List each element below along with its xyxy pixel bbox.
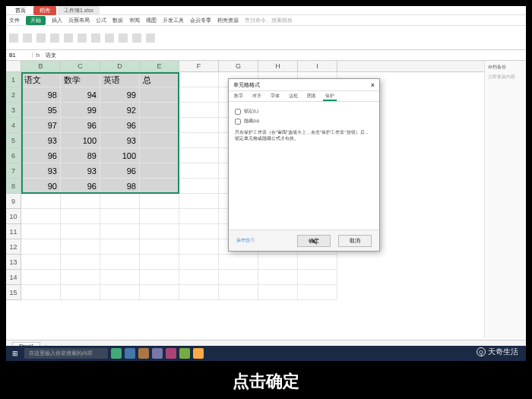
col-head-h[interactable]: H [258, 61, 298, 71]
cell[interactable] [258, 285, 298, 300]
cell[interactable]: 100 [61, 133, 100, 148]
cell[interactable]: 98 [100, 179, 140, 194]
row-head[interactable]: 5 [6, 133, 21, 148]
menu-formula[interactable]: 公式 [96, 17, 106, 24]
tab-font[interactable]: 字体 [268, 91, 282, 101]
tab-align[interactable]: 对齐 [250, 91, 264, 101]
tab-doc[interactable]: 稻壳 [33, 6, 56, 15]
cell[interactable] [140, 133, 179, 148]
row-head[interactable]: 6 [6, 148, 21, 163]
tab-number[interactable]: 数字 [232, 91, 245, 101]
menu-search[interactable]: 查找命令、搜索模板 [245, 17, 293, 24]
cell[interactable]: 英语 [100, 72, 140, 87]
cell[interactable] [21, 224, 61, 239]
col-head-b[interactable]: B [21, 61, 61, 71]
cell[interactable] [140, 255, 179, 270]
tab-home[interactable]: 首页 [9, 6, 32, 15]
close-icon[interactable]: × [371, 81, 375, 89]
cell[interactable] [140, 194, 179, 209]
menu-file[interactable]: 文件 [9, 17, 20, 24]
col-head-f[interactable]: F [179, 61, 219, 71]
menu-help[interactable]: 会员专享 [190, 17, 211, 24]
cell[interactable] [21, 194, 61, 209]
col-head-e[interactable]: E [140, 61, 179, 71]
cell[interactable]: 100 [100, 148, 140, 163]
cell[interactable] [140, 224, 179, 239]
wrap-icon[interactable] [91, 33, 100, 43]
cell[interactable] [100, 239, 140, 255]
cell[interactable]: 96 [61, 179, 100, 194]
row-head[interactable]: 10 [6, 209, 21, 224]
app-icon[interactable] [125, 348, 135, 359]
row-head[interactable]: 12 [6, 239, 21, 255]
cell[interactable]: 96 [21, 148, 61, 163]
cell[interactable] [100, 224, 140, 239]
row-head[interactable]: 8 [6, 179, 21, 194]
tab-protect[interactable]: 保护 [323, 91, 337, 101]
filter-icon[interactable] [146, 33, 155, 43]
cell[interactable]: 92 [100, 103, 140, 118]
cell[interactable]: 96 [61, 118, 100, 133]
cell[interactable] [140, 285, 179, 300]
app-icon[interactable] [179, 348, 190, 359]
app-icon[interactable] [138, 348, 149, 359]
cell[interactable]: 93 [61, 163, 100, 179]
lock-checkbox[interactable]: 锁定(L) [235, 108, 373, 115]
cancel-button[interactable]: 取消 [338, 235, 372, 247]
cell[interactable] [179, 270, 219, 285]
cell[interactable]: 90 [21, 179, 61, 194]
app-icon[interactable] [193, 348, 204, 359]
cell[interactable]: 98 [21, 87, 61, 103]
cell-reference[interactable]: B1 [6, 52, 33, 58]
cell[interactable] [179, 285, 219, 300]
hide-checkbox[interactable]: 隐藏(H) [235, 118, 373, 125]
row-head[interactable]: 7 [6, 163, 21, 179]
cell[interactable] [140, 87, 179, 103]
cell[interactable] [179, 163, 219, 179]
cell[interactable] [100, 209, 140, 224]
cell[interactable] [258, 270, 298, 285]
cell[interactable] [179, 239, 219, 255]
cell[interactable] [100, 255, 140, 270]
cell[interactable] [298, 255, 337, 270]
cell[interactable] [179, 72, 219, 87]
cell[interactable] [21, 239, 61, 255]
cell[interactable] [100, 270, 140, 285]
cell[interactable] [140, 270, 179, 285]
app-icon[interactable] [166, 348, 176, 359]
cell[interactable] [258, 255, 298, 270]
menu-review[interactable]: 审阅 [129, 17, 140, 24]
cell[interactable] [219, 285, 258, 300]
row-head[interactable]: 3 [6, 103, 21, 118]
cell[interactable] [179, 224, 219, 239]
cell[interactable] [179, 118, 219, 133]
cell[interactable] [140, 209, 179, 224]
cell[interactable] [179, 194, 219, 209]
cell[interactable] [21, 209, 61, 224]
row-head[interactable]: 11 [6, 224, 21, 239]
taskbar-search[interactable]: 在这里输入你要搜索的内容 [24, 348, 108, 359]
cell[interactable]: 数学 [61, 72, 100, 87]
row-head[interactable]: 4 [6, 118, 21, 133]
cell[interactable]: 89 [61, 148, 100, 163]
col-head-i[interactable]: I [298, 61, 337, 71]
row-head[interactable]: 9 [6, 194, 21, 209]
cell[interactable] [179, 103, 219, 118]
cell[interactable] [61, 209, 100, 224]
tab-border[interactable]: 边框 [287, 91, 300, 101]
row-head[interactable]: 2 [6, 87, 21, 103]
cell[interactable] [179, 87, 219, 103]
cell[interactable] [140, 179, 179, 194]
bold-icon[interactable] [50, 33, 59, 43]
cell[interactable] [140, 148, 179, 163]
cell[interactable]: 语文 [21, 72, 61, 87]
tab-file[interactable]: 工作簿1.xlsx [58, 6, 100, 15]
menu-tools[interactable]: 稻壳资源 [217, 17, 239, 24]
cell[interactable] [100, 194, 140, 209]
cell[interactable]: 99 [100, 87, 140, 103]
menu-layout[interactable]: 页面布局 [68, 17, 90, 24]
menu-insert[interactable]: 插入 [52, 17, 62, 24]
row-head[interactable]: 13 [6, 255, 21, 270]
tips-link[interactable]: 操作技巧 [236, 237, 255, 244]
cell[interactable] [140, 163, 179, 179]
